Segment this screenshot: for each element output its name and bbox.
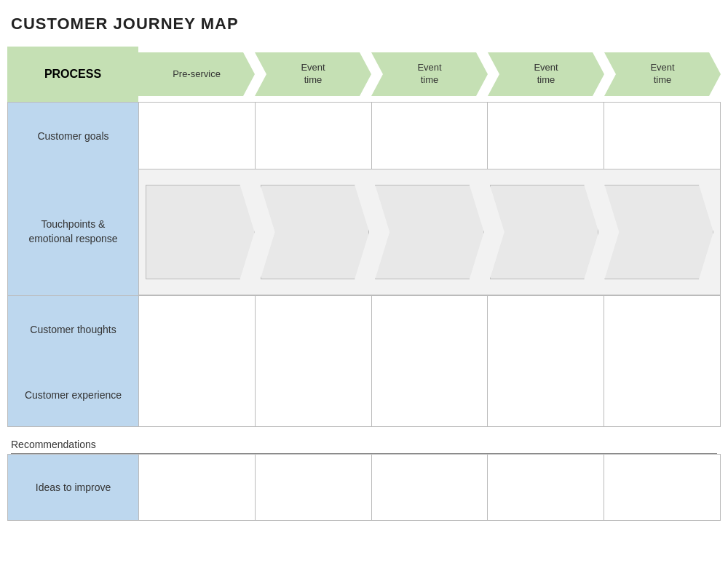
cell-ideas-cells-1[interactable] [256,455,372,520]
customer-goals-row: Customer goals [7,102,721,169]
process-chevron-event3: Eventtime [488,52,604,96]
ideas-row: Ideas to improve [7,454,721,521]
tp-chevron-shape-1 [261,185,370,279]
cell-ideas-cells-0[interactable] [139,455,256,520]
chevron-label-event2: Eventtime [371,52,488,96]
cell-goals-cells-2[interactable] [372,103,488,169]
touchpoints-row: Touchpoints & emotional response [7,169,721,296]
tp-chevron-shape-0 [146,185,255,279]
cell-experience-cells-3[interactable] [488,363,604,426]
cell-experience-cells-0[interactable] [139,363,256,426]
chevron-label-event1: Eventtime [255,52,371,96]
cell-goals-cells-0[interactable] [139,103,256,169]
chevron-label-event4: Eventtime [604,52,721,96]
journey-map: PROCESS Pre-serviceEventtimeEventtimeEve… [7,47,721,521]
customer-thoughts-row: Customer thoughts [7,296,721,363]
process-chevron-event4: Eventtime [604,52,721,96]
customer-goals-cells [139,103,720,169]
process-row: PROCESS Pre-serviceEventtimeEventtimeEve… [7,47,721,102]
cell-thoughts-cells-2[interactable] [372,296,488,363]
cell-ideas-cells-3[interactable] [488,455,604,520]
customer-experience-cells [139,363,720,426]
tp-chevron-3 [487,185,602,279]
tp-chevron-4 [601,185,716,279]
process-chevron-event1: Eventtime [255,52,371,96]
recommendations-section: Recommendations [7,433,721,454]
process-chevron-pre-service: Pre-service [138,52,255,96]
cell-experience-cells-1[interactable] [256,363,372,426]
tp-chevron-0 [143,185,258,279]
tp-chevron-2 [372,185,487,279]
customer-experience-label: Customer experience [8,363,139,426]
cell-experience-cells-4[interactable] [604,363,720,426]
process-chevron-event2: Eventtime [371,52,488,96]
cell-experience-cells-2[interactable] [372,363,488,426]
cell-thoughts-cells-3[interactable] [488,296,604,363]
cell-goals-cells-1[interactable] [256,103,372,169]
touchpoints-label: Touchpoints & emotional response [8,169,139,295]
page-title: CUSTOMER JOURNEY MAP [7,15,721,33]
tp-chevron-shape-2 [375,185,484,279]
tp-chevron-1 [258,185,373,279]
touchpoints-chevrons [139,169,720,295]
cell-thoughts-cells-4[interactable] [604,296,720,363]
customer-goals-label: Customer goals [8,103,139,169]
tp-chevron-shape-4 [604,185,713,279]
cell-ideas-cells-2[interactable] [372,455,488,520]
cell-goals-cells-3[interactable] [488,103,604,169]
process-chevrons: Pre-serviceEventtimeEventtimeEventtimeEv… [138,47,721,102]
chevron-label-event3: Eventtime [488,52,604,96]
ideas-label: Ideas to improve [8,455,139,520]
tp-chevron-shape-3 [490,185,599,279]
customer-thoughts-label: Customer thoughts [8,296,139,363]
ideas-cells [139,455,720,520]
chevron-label-pre-service: Pre-service [138,52,255,96]
cell-thoughts-cells-0[interactable] [139,296,256,363]
cell-ideas-cells-4[interactable] [604,455,720,520]
cell-thoughts-cells-1[interactable] [256,296,372,363]
customer-thoughts-cells [139,296,720,363]
cell-goals-cells-4[interactable] [604,103,720,169]
recommendations-label: Recommendations [7,433,721,453]
customer-experience-row: Customer experience [7,363,721,427]
process-label: PROCESS [7,47,138,102]
